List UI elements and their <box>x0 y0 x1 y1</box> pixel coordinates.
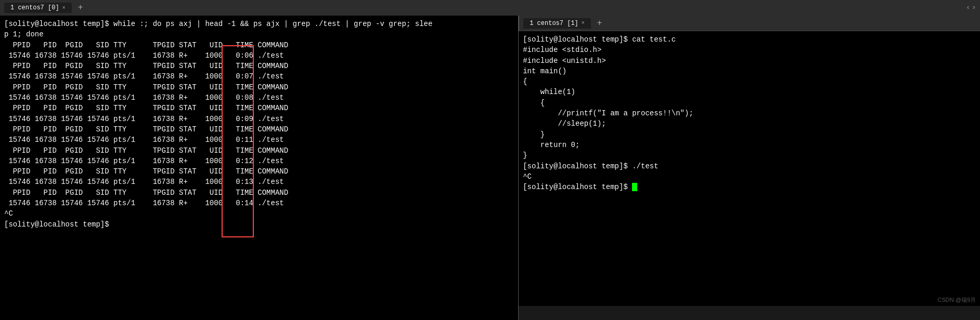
right-line-11: } <box>523 150 976 161</box>
left-pane[interactable]: [solity@localhost temp]$ while :; do ps … <box>0 16 519 320</box>
right-line-10: return 0; <box>523 140 976 150</box>
panes-row: [solity@localhost temp]$ while :; do ps … <box>0 16 980 320</box>
left-line-10: PPID PID PGID SID TTY TPGID STAT UID TIM… <box>4 124 514 135</box>
tab-right[interactable]: 1 centos7 [1] × <box>523 18 591 29</box>
left-line-18: ^C <box>4 208 514 219</box>
left-line-4: PPID PID PGID SID TTY TPGID STAT UID TIM… <box>4 61 514 71</box>
left-terminal: [solity@localhost temp]$ while :; do ps … <box>4 19 514 230</box>
left-line-11: 15746 16738 15746 15746 pts/1 16738 R+ 1… <box>4 135 514 145</box>
nav-arrows: ‹ › <box>966 4 976 11</box>
left-line-9: 15746 16738 15746 15746 pts/1 16738 R+ 1… <box>4 114 514 124</box>
right-line-6: { <box>523 98 976 108</box>
tab-right-label: 1 centos7 [1] <box>530 20 578 27</box>
left-line-17: 15746 16738 15746 15746 pts/1 16738 R+ 1… <box>4 198 514 208</box>
app-container: 1 centos7 [0] × + ‹ › [solity@localhost … <box>0 0 980 320</box>
tab-right-close[interactable]: × <box>582 20 585 26</box>
right-terminal: [solity@localhost temp]$ cat test.c#incl… <box>523 34 976 192</box>
arrow-left[interactable]: ‹ <box>966 4 970 11</box>
watermark: CSDN @瑞9月 <box>937 296 976 304</box>
left-line-13: 15746 16738 15746 15746 pts/1 16738 R+ 1… <box>4 156 514 166</box>
right-line-14: [solity@localhost temp]$ <box>523 182 976 192</box>
right-line-3: int main() <box>523 66 976 76</box>
tab-left[interactable]: 1 centos7 [0] × <box>4 3 72 13</box>
left-line-5: 15746 16738 15746 15746 pts/1 16738 R+ 1… <box>4 71 514 82</box>
tab-add-right[interactable]: + <box>595 19 604 28</box>
left-line-19: [solity@localhost temp]$ <box>4 219 514 230</box>
left-line-15: 15746 16738 15746 15746 pts/1 16738 R+ 1… <box>4 177 514 187</box>
left-line-8: PPID PID PGID SID TTY TPGID STAT UID TIM… <box>4 103 514 113</box>
left-line-1: p 1; done <box>4 29 514 39</box>
left-line-14: PPID PID PGID SID TTY TPGID STAT UID TIM… <box>4 166 514 177</box>
right-line-4: { <box>523 76 976 87</box>
left-line-3: 15746 16738 15746 15746 pts/1 16738 R+ 1… <box>4 50 514 61</box>
right-line-0: [solity@localhost temp]$ cat test.c <box>523 34 976 45</box>
right-line-13: ^C <box>523 171 976 182</box>
left-line-16: PPID PID PGID SID TTY TPGID STAT UID TIM… <box>4 188 514 198</box>
right-line-12: [solity@localhost temp]$ ./test <box>523 161 976 171</box>
tab-add-left[interactable]: + <box>76 3 85 12</box>
arrow-right[interactable]: › <box>972 4 976 11</box>
right-line-5: while(1) <box>523 87 976 97</box>
tab-left-label: 1 centos7 [0] <box>10 4 59 11</box>
title-bar: 1 centos7 [0] × + ‹ › <box>0 0 980 16</box>
left-line-2: PPID PID PGID SID TTY TPGID STAT UID TIM… <box>4 40 514 50</box>
left-line-12: PPID PID PGID SID TTY TPGID STAT UID TIM… <box>4 145 514 156</box>
right-pane[interactable]: [solity@localhost temp]$ cat test.c#incl… <box>519 31 980 306</box>
right-line-7: //printf("I am a process!!\n"); <box>523 108 976 118</box>
left-line-6: PPID PID PGID SID TTY TPGID STAT UID TIM… <box>4 82 514 92</box>
right-line-9: } <box>523 129 976 140</box>
right-line-1: #include <stdio.h> <box>523 45 976 55</box>
right-title-bar: 1 centos7 [1] × + <box>519 16 980 31</box>
right-line-2: #include <unistd.h> <box>523 56 976 66</box>
left-line-7: 15746 16738 15746 15746 pts/1 16738 R+ 1… <box>4 92 514 103</box>
cursor <box>632 183 637 191</box>
right-line-8: //sleep(1); <box>523 118 976 129</box>
right-pane-wrapper: 1 centos7 [1] × + [solity@localhost temp… <box>519 16 980 320</box>
tab-left-close[interactable]: × <box>62 5 66 11</box>
left-line-0: [solity@localhost temp]$ while :; do ps … <box>4 19 514 29</box>
